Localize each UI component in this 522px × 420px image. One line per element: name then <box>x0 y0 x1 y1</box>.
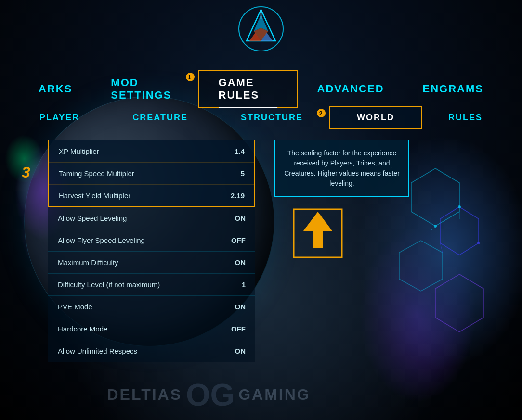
content-area: 3 XP Multiplier 1.4 Taming Speed Multipl… <box>48 140 483 406</box>
difficulty-level-label: Difficulty Level (if not maximum) <box>58 280 222 289</box>
taming-label: Taming Speed Multipler <box>59 169 221 178</box>
difficulty-level-value: 1 <box>222 280 246 289</box>
harvest-value: 2.19 <box>221 191 245 200</box>
respecs-value: ON <box>222 347 246 355</box>
setting-row-xp[interactable]: XP Multiplier 1.4 <box>49 140 254 163</box>
xp-value: 1.4 <box>221 147 245 155</box>
sub-nav-structure[interactable]: STRUCTURE 2 <box>214 107 329 128</box>
respecs-label: Allow Unlimited Respecs <box>58 347 222 355</box>
setting-row-hardcore[interactable]: Hardcore Mode OFF <box>48 318 255 340</box>
allow-speed-value: ON <box>222 214 246 222</box>
logo-area <box>237 5 285 53</box>
nav-item-mod-settings[interactable]: MOD SETTINGS 1 <box>91 71 198 107</box>
annotation-3: 3 <box>22 164 30 181</box>
mod-settings-badge: 1 <box>186 73 195 81</box>
nav-item-arks[interactable]: ARKS <box>19 77 91 101</box>
sub-nav-creature[interactable]: CREATURE <box>106 107 214 128</box>
tooltip-text: The scaling factor for the experience re… <box>284 149 400 187</box>
hardcore-label: Hardcore Mode <box>58 325 222 333</box>
nav-item-engrams[interactable]: ENGRAMS <box>404 77 503 101</box>
ark-logo-icon <box>237 5 285 53</box>
allow-speed-label: Allow Speed Leveling <box>58 214 222 222</box>
sub-nav-player[interactable]: PLAYER <box>13 107 106 128</box>
taming-value: 5 <box>221 169 245 178</box>
nav-item-game-rules[interactable]: GAME RULES <box>198 70 298 108</box>
xp-label: XP Multiplier <box>59 147 221 155</box>
hardcore-value: OFF <box>222 325 246 333</box>
setting-row-taming[interactable]: Taming Speed Multipler 5 <box>49 163 254 185</box>
setting-row-flyer-speed[interactable]: Allow Flyer Speed Leveling OFF <box>48 229 255 252</box>
sub-nav-rules[interactable]: RULES <box>422 107 509 128</box>
nav-item-advanced[interactable]: ADVANCED <box>298 77 404 101</box>
setting-row-respecs[interactable]: Allow Unlimited Respecs ON <box>48 340 255 362</box>
setting-row-max-difficulty[interactable]: Maximum Difficulty ON <box>48 252 255 274</box>
watermark: DELTIAS OG GAMING <box>107 379 311 410</box>
setting-row-difficulty-level[interactable]: Difficulty Level (if not maximum) 1 <box>48 274 255 296</box>
setting-row-allow-speed[interactable]: Allow Speed Leveling ON <box>48 207 255 229</box>
flyer-speed-value: OFF <box>222 236 246 244</box>
settings-panel: 3 XP Multiplier 1.4 Taming Speed Multipl… <box>48 140 255 406</box>
watermark-gaming: GAMING <box>238 386 311 404</box>
main-navigation: ARKS MOD SETTINGS 1 GAME RULES ADVANCED … <box>0 70 522 108</box>
harvest-label: Harvest Yield Multipler <box>59 191 221 200</box>
flyer-speed-label: Allow Flyer Speed Leveling <box>58 236 222 244</box>
tooltip-panel: The scaling factor for the experience re… <box>274 140 409 406</box>
tooltip-box: The scaling factor for the experience re… <box>274 140 409 197</box>
pve-value: ON <box>222 303 246 311</box>
svg-marker-19 <box>303 212 332 248</box>
sub-navigation: PLAYER CREATURE STRUCTURE 2 WORLD RULES <box>0 106 522 129</box>
pve-label: PVE Mode <box>58 303 222 311</box>
setting-row-pve[interactable]: PVE Mode ON <box>48 296 255 318</box>
tooltip-arrow <box>289 204 347 262</box>
sub-nav-world[interactable]: WORLD <box>329 106 422 129</box>
highlighted-settings-group: XP Multiplier 1.4 Taming Speed Multipler… <box>48 140 255 207</box>
max-difficulty-label: Maximum Difficulty <box>58 258 222 267</box>
max-difficulty-value: ON <box>222 258 246 267</box>
setting-row-harvest[interactable]: Harvest Yield Multipler 2.19 <box>49 185 254 206</box>
watermark-og: OG <box>186 379 235 410</box>
watermark-deltias: DELTIAS <box>107 386 183 404</box>
structure-badge: 2 <box>317 109 326 117</box>
